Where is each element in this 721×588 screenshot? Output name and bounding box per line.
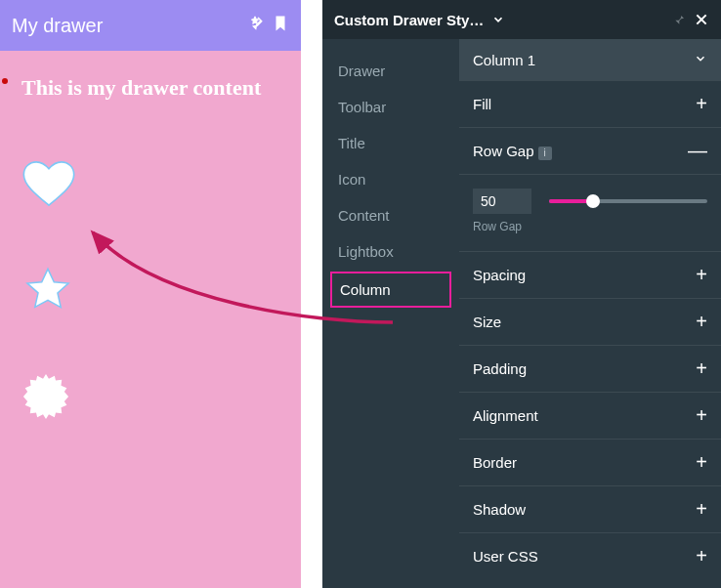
section-alignment[interactable]: Alignment + — [459, 392, 721, 439]
drawer-shapes — [21, 159, 279, 421]
selection-dot — [2, 78, 8, 84]
heart-icon[interactable] — [21, 159, 279, 208]
section-label: Spacing — [473, 267, 526, 283]
drawer-header: My drawer — [0, 0, 301, 51]
nav-title[interactable]: Title — [322, 125, 459, 161]
section-rowgap[interactable]: Row Gapi — — [459, 127, 721, 174]
rowgap-control: Row Gap — [459, 174, 721, 251]
section-label: Padding — [473, 360, 527, 377]
close-icon[interactable] — [694, 12, 709, 27]
nav-column[interactable]: Column — [330, 272, 451, 308]
section-border[interactable]: Border + — [459, 439, 721, 485]
burst-icon[interactable] — [21, 372, 279, 421]
nav-content[interactable]: Content — [322, 197, 459, 233]
section-label: Border — [473, 454, 517, 471]
panel-title: Custom Drawer Sty… — [334, 12, 484, 28]
plus-icon: + — [696, 498, 707, 521]
section-fill[interactable]: Fill + — [459, 80, 721, 127]
plus-icon: + — [696, 357, 707, 380]
chevron-down-icon[interactable] — [491, 13, 505, 26]
section-label: Row Gapi — [473, 143, 552, 160]
drawer-body: This is my drawer content — [0, 51, 301, 444]
panel-properties: Column 1 Fill + Row Gapi — — [459, 39, 721, 588]
chevron-down-icon — [694, 52, 707, 68]
section-label: User CSS — [473, 548, 538, 565]
column-selector-label: Column 1 — [473, 52, 535, 68]
nav-drawer[interactable]: Drawer — [322, 53, 459, 89]
drawer-content-text: This is my drawer content — [21, 74, 279, 103]
section-padding[interactable]: Padding + — [459, 345, 721, 392]
nav-lightbox[interactable]: Lightbox — [322, 233, 459, 270]
plus-icon: + — [696, 311, 707, 333]
section-usercss[interactable]: User CSS + — [459, 532, 721, 579]
slider-thumb[interactable] — [586, 194, 600, 208]
nav-icon[interactable]: Icon — [322, 161, 459, 197]
rowgap-slider[interactable] — [549, 199, 707, 203]
section-label: Size — [473, 314, 501, 330]
panel-header: Custom Drawer Sty… — [322, 0, 721, 39]
style-panel: Custom Drawer Sty… Drawer Toolbar Title … — [322, 0, 721, 588]
pin-panel-icon[interactable] — [670, 12, 686, 27]
info-icon: i — [538, 147, 552, 160]
section-label: Alignment — [473, 407, 538, 424]
pin-icon[interactable] — [246, 15, 264, 36]
section-label: Fill — [473, 96, 491, 112]
rowgap-input[interactable] — [473, 189, 531, 214]
nav-toolbar[interactable]: Toolbar — [322, 89, 459, 125]
section-label: Shadow — [473, 501, 526, 518]
section-shadow[interactable]: Shadow + — [459, 485, 721, 532]
plus-icon: + — [696, 264, 707, 286]
drawer-title: My drawer — [12, 15, 238, 37]
bookmark-icon[interactable] — [272, 15, 289, 36]
plus-icon: + — [696, 404, 707, 427]
plus-icon: + — [696, 93, 707, 115]
section-size[interactable]: Size + — [459, 298, 721, 345]
minus-icon: — — [688, 140, 707, 162]
panel-nav: Drawer Toolbar Title Icon Content Lightb… — [322, 39, 459, 588]
star-icon[interactable] — [21, 265, 279, 315]
rowgap-caption: Row Gap — [473, 220, 707, 233]
plus-icon: + — [696, 451, 707, 474]
section-spacing[interactable]: Spacing + — [459, 251, 721, 298]
drawer-preview: My drawer This is my drawer content — [0, 0, 301, 588]
plus-icon: + — [696, 545, 707, 567]
column-selector[interactable]: Column 1 — [459, 39, 721, 80]
